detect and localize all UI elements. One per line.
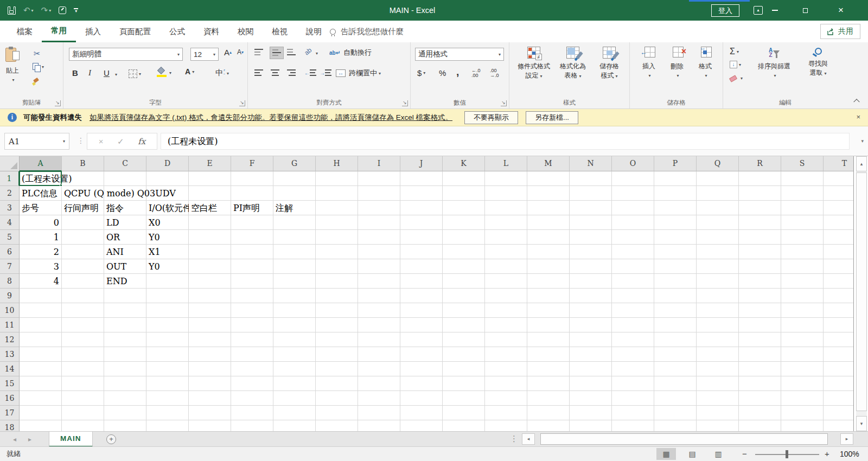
align-top-icon[interactable] <box>254 49 263 56</box>
column-header-D[interactable]: D <box>146 156 189 171</box>
format-painter-icon[interactable] <box>33 78 40 86</box>
column-header-B[interactable]: B <box>62 156 104 171</box>
decrease-indent-icon[interactable]: ← <box>304 69 316 76</box>
row-header-11[interactable]: 11 <box>0 318 20 332</box>
number-dialog-launcher-icon[interactable]: ↘ <box>501 100 507 106</box>
tab-review[interactable]: 校閱 <box>228 21 263 42</box>
currency-icon[interactable]: $▾ <box>417 68 425 78</box>
cell-B3[interactable]: 行间声明 <box>62 201 104 215</box>
cell-A2[interactable]: PLC信息 <box>20 186 62 201</box>
row-header-7[interactable]: 7 <box>0 259 20 274</box>
cell-B2[interactable]: QCPU (Q mode) Q03UDV <box>62 186 176 201</box>
vertical-scrollbar[interactable]: ▴ ▾ <box>856 156 867 431</box>
paste-button[interactable]: 貼上 ▾ <box>5 47 20 85</box>
cell-F3[interactable]: PI声明 <box>231 201 273 215</box>
view-normal-icon[interactable]: ▦ <box>656 448 676 460</box>
column-header-G[interactable]: G <box>273 156 316 171</box>
increase-decimal-icon[interactable]: ←.0 .00 <box>471 68 481 78</box>
horizontal-scroll-thumb[interactable] <box>540 433 828 445</box>
column-header-P[interactable]: P <box>654 156 697 171</box>
copy-icon[interactable]: ▾ <box>33 63 44 71</box>
column-header-S[interactable]: S <box>781 156 824 171</box>
insert-cells-button[interactable]: ← 插入 ▾ <box>637 47 660 80</box>
bold-icon[interactable]: B <box>72 68 78 78</box>
cell-A4[interactable]: 0 <box>20 215 62 230</box>
undo-icon[interactable]: ↶▾ <box>23 5 34 15</box>
scroll-down-icon[interactable]: ▾ <box>856 416 867 431</box>
share-button[interactable]: 共用 <box>820 24 860 39</box>
row-header-15[interactable]: 15 <box>0 376 20 391</box>
row-header-1[interactable]: 1 <box>0 171 20 186</box>
restore-button[interactable] <box>793 0 817 21</box>
vertical-scroll-thumb[interactable] <box>856 172 867 411</box>
number-format-select[interactable]: 通用格式▾ <box>415 48 504 61</box>
new-sheet-icon[interactable]: + <box>106 434 116 444</box>
cell-styles-button[interactable]: 儲存格 樣式▾ <box>593 47 626 81</box>
cell-A3[interactable]: 步号 <box>20 201 62 215</box>
cell-A5[interactable]: 1 <box>20 230 62 245</box>
column-header-F[interactable]: F <box>231 156 273 171</box>
column-header-M[interactable]: M <box>527 156 570 171</box>
cell-C8[interactable]: END <box>104 274 146 289</box>
align-right-icon[interactable] <box>287 69 296 76</box>
comma-style-icon[interactable]: , <box>456 66 459 78</box>
cell-D3[interactable]: I/O(软元件) <box>146 201 189 215</box>
decrease-decimal-icon[interactable]: .00 →.0 <box>490 68 499 78</box>
clipboard-dialog-launcher-icon[interactable]: ↘ <box>55 100 61 106</box>
select-all-corner[interactable] <box>0 156 20 171</box>
name-box-dropdown-icon[interactable]: ▾ <box>63 139 65 144</box>
cell-C5[interactable]: OR <box>104 230 146 245</box>
tab-data[interactable]: 資料 <box>194 21 228 42</box>
cell-D5[interactable]: Y0 <box>146 230 189 245</box>
font-dialog-launcher-icon[interactable]: ↘ <box>239 100 245 106</box>
align-middle-icon[interactable] <box>270 47 284 59</box>
column-header-C[interactable]: C <box>104 156 146 171</box>
ribbon-display-options-icon[interactable]: ▴ <box>754 6 763 15</box>
fill-icon[interactable]: ↓▾ <box>730 61 741 68</box>
minimize-button[interactable] <box>763 0 787 21</box>
clear-icon[interactable]: ▾ <box>730 76 743 81</box>
column-header-Q[interactable]: Q <box>697 156 739 171</box>
cell-A8[interactable]: 4 <box>20 274 62 289</box>
view-page-break-icon[interactable]: ▥ <box>709 448 728 460</box>
close-button[interactable]: × <box>829 0 853 21</box>
shrink-font-icon[interactable]: A▾ <box>237 48 244 56</box>
tab-formulas[interactable]: 公式 <box>160 21 194 42</box>
column-header-L[interactable]: L <box>485 156 527 171</box>
cell-E3[interactable]: 空白栏 <box>189 201 231 215</box>
find-select-button[interactable]: 尋找與 選取▾ <box>800 48 836 78</box>
view-page-layout-icon[interactable]: ▤ <box>682 448 702 460</box>
tab-page-layout[interactable]: 頁面配置 <box>110 21 160 42</box>
hscroll-right-icon[interactable]: ▸ <box>840 433 853 445</box>
row-header-4[interactable]: 4 <box>0 215 20 230</box>
font-name-select[interactable]: 新細明體▾ <box>69 48 183 61</box>
sign-in-button[interactable]: 登入 <box>711 4 739 17</box>
tab-insert[interactable]: 插入 <box>76 21 110 42</box>
warning-close-icon[interactable]: × <box>856 113 860 121</box>
save-as-button[interactable]: 另存新檔... <box>526 111 578 124</box>
format-cells-button[interactable]: ↔ 格式 ▾ <box>694 47 717 80</box>
name-box[interactable]: A1 ▾ <box>4 133 69 150</box>
sheet-tab-main[interactable]: MAIN <box>49 432 93 447</box>
column-header-N[interactable]: N <box>570 156 612 171</box>
column-header-A[interactable]: A <box>20 156 62 171</box>
column-header-T[interactable]: T <box>824 156 854 171</box>
touch-mode-icon[interactable] <box>59 7 66 14</box>
cell-C3[interactable]: 指令 <box>104 201 146 215</box>
row-header-5[interactable]: 5 <box>0 230 20 245</box>
row-header-17[interactable]: 17 <box>0 406 20 420</box>
column-header-R[interactable]: R <box>739 156 781 171</box>
dont-show-again-button[interactable]: 不要再顯示 <box>464 111 518 124</box>
cell-D7[interactable]: Y0 <box>146 259 189 274</box>
autosum-icon[interactable]: Σ▾ <box>730 47 739 56</box>
row-header-16[interactable]: 16 <box>0 391 20 406</box>
font-color-icon[interactable]: A▾ <box>185 68 194 75</box>
cut-icon[interactable]: ✂ <box>34 49 41 59</box>
zoom-in-icon[interactable]: + <box>825 447 829 461</box>
wrap-text-button[interactable]: ab↵自動換行 <box>329 48 372 57</box>
sheet-nav-left-icon[interactable]: ◂ <box>8 432 22 447</box>
orientation-icon[interactable]: ab <box>303 46 313 56</box>
orientation-dropdown-icon[interactable]: ▾ <box>316 51 318 56</box>
tab-home[interactable]: 常用 <box>42 21 76 42</box>
warning-link[interactable]: 如果將活頁簿儲存為文字 (.txt) 格式，會遺失部分功能。若要保留這些功能，請… <box>90 113 452 123</box>
